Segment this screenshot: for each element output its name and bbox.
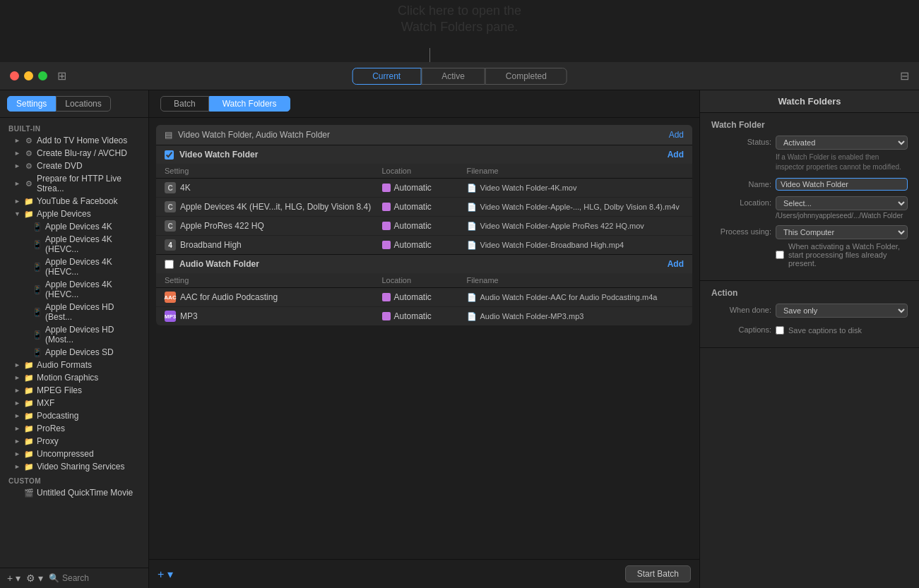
- add-button[interactable]: + ▾: [7, 572, 20, 584]
- expand-arrow: ►: [14, 450, 21, 457]
- sidebar-item-apple-hd-best[interactable]: 📱 Apple Devices HD (Best...: [0, 301, 148, 323]
- audio-folder-checkbox[interactable]: [165, 260, 174, 269]
- app-container: ⊞ Current Active Completed ⊟ Settings Lo…: [0, 62, 919, 588]
- sidebar-item-apple-4k-hevc2[interactable]: 📱 Apple Devices 4K (HEVC...: [0, 256, 148, 278]
- tab-batch[interactable]: Batch: [160, 96, 209, 112]
- add-audio-setting-button[interactable]: Add: [668, 259, 684, 269]
- expand-arrow: ►: [14, 374, 21, 381]
- sidebar-item-podcasting[interactable]: ► 📁 Podcasting: [0, 409, 148, 422]
- name-value: [776, 178, 908, 191]
- location-label: Location:: [711, 196, 771, 207]
- sidebar-tab-locations[interactable]: Locations: [56, 96, 110, 112]
- sidebar-item-add-to-tv[interactable]: ► ⚙ Add to TV Home Videos: [0, 134, 148, 147]
- audio-row-mp3[interactable]: MP3 MP3 Automatic 📄 Audio Watch Folder-M…: [156, 307, 692, 325]
- content-tabs: Batch Watch Folders: [149, 90, 699, 118]
- sidebar-item-apple-4k[interactable]: 📱 Apple Devices 4K: [0, 220, 148, 233]
- expand-arrow: ►: [14, 198, 21, 205]
- watch-folder-group-header: ▤ Video Watch Folder, Audio Watch Folder…: [156, 125, 692, 145]
- name-input[interactable]: [776, 178, 908, 191]
- sidebar-item-mpeg[interactable]: ► 📁 MPEG Files: [0, 384, 148, 397]
- process-select[interactable]: This Computer: [776, 225, 908, 239]
- status-select[interactable]: Activated Deactivated: [776, 136, 908, 150]
- audio-row-aac[interactable]: AAC AAC for Audio Podcasting Automatic 📄…: [156, 288, 692, 307]
- status-label: Status:: [711, 136, 771, 146]
- sidebar-item-video-sharing[interactable]: ► 📁 Video Sharing Services: [0, 460, 148, 473]
- minimize-button[interactable]: [24, 71, 33, 80]
- location-row: Location: Select... /Users/johnnyapplese…: [711, 196, 908, 220]
- sidebar-item-audio[interactable]: ► 📁 Audio Formats: [0, 359, 148, 371]
- watch-folder-section-title: Watch Folder: [711, 120, 908, 130]
- add-watch-folder-button[interactable]: Add: [669, 130, 684, 140]
- setting-cell: MP3 MP3: [165, 311, 382, 322]
- video-folder-checkbox[interactable]: [165, 150, 174, 160]
- sidebar-item-mxf[interactable]: ► 📁 MXF: [0, 397, 148, 409]
- tab-active[interactable]: Active: [421, 68, 485, 85]
- layout-icon[interactable]: ⊞: [57, 69, 66, 83]
- captions-checkbox[interactable]: [776, 326, 784, 335]
- video-row-prores[interactable]: C Apple ProRes 422 HQ Automatic 📄 Video …: [156, 217, 692, 236]
- video-folder-section: Video Watch Folder Add Setting Location …: [156, 145, 692, 254]
- sidebar-item-apple-4k-hevc3[interactable]: 📱 Apple Devices 4K (HEVC...: [0, 278, 148, 301]
- sidebar-item-prores[interactable]: ► 📁 ProRes: [0, 422, 148, 435]
- sidebar-item-youtube[interactable]: ► 📁 YouTube & Facebook: [0, 195, 148, 208]
- folder-icon: 📁: [24, 360, 34, 370]
- sidebar-item-bluray[interactable]: ► ⚙ Create Blu-ray / AVCHD: [0, 147, 148, 160]
- sidebar-tab-settings[interactable]: Settings: [7, 96, 56, 112]
- setting-icon: C: [165, 182, 176, 193]
- video-row-broadband[interactable]: 4 Broadband High Automatic 📄 Video Watch…: [156, 236, 692, 254]
- process-checkbox[interactable]: [776, 251, 784, 259]
- setting-icon: MP3: [165, 311, 176, 322]
- start-batch-button[interactable]: Start Batch: [625, 565, 691, 582]
- watch-folder-inspector-section: Watch Folder Status: Activated Deactivat…: [700, 113, 919, 281]
- sidebar-item-dvd[interactable]: ► ⚙ Create DVD: [0, 160, 148, 172]
- sidebar-item-apple-hd-most[interactable]: 📱 Apple Devices HD (Most...: [0, 323, 148, 346]
- device-icon: 📱: [32, 307, 42, 317]
- captions-checkbox-label: Save captions to disk: [788, 326, 862, 335]
- sidebar-tabs: Settings Locations: [0, 90, 148, 118]
- video-row-apple4k[interactable]: C Apple Devices 4K (HEV...it, HLG, Dolby…: [156, 198, 692, 217]
- audio-folder-title: Audio Watch Folder: [179, 259, 259, 269]
- maximize-button[interactable]: [38, 71, 47, 80]
- tab-completed[interactable]: Completed: [485, 68, 567, 85]
- grid-icon[interactable]: ⊟: [900, 69, 909, 83]
- content-scroll: ▤ Video Watch Folder, Audio Watch Folder…: [149, 118, 699, 559]
- watch-folder-group-title: Video Watch Folder, Audio Watch Folder: [178, 130, 330, 140]
- process-checkbox-row: When activating a Watch Folder, start pr…: [776, 242, 908, 268]
- folder-icon: 📁: [24, 209, 34, 219]
- sidebar-item-uncompressed[interactable]: ► 📁 Uncompressed: [0, 448, 148, 460]
- sidebar-item-http[interactable]: ► ⚙ Prepare for HTTP Live Strea...: [0, 172, 148, 195]
- sidebar-item-apple-devices[interactable]: ▼ 📁 Apple Devices: [0, 208, 148, 220]
- search-area[interactable]: 🔍 Search: [49, 573, 89, 583]
- filename-cell: 📄 Audio Watch Folder-MP3.mp3: [467, 312, 684, 321]
- tooltip-text: Click here to open the Watch Folders pan…: [398, 0, 521, 36]
- folder-icon: 📁: [24, 385, 34, 395]
- sidebar-item-apple-sd[interactable]: 📱 Apple Devices SD: [0, 346, 148, 359]
- tab-watch-folders[interactable]: Watch Folders: [209, 96, 290, 112]
- folder-icon: 📁: [24, 462, 34, 472]
- when-done-label: When done:: [711, 304, 771, 314]
- location-icon: [382, 312, 391, 320]
- window-controls: [0, 71, 47, 80]
- add-content-button[interactable]: + ▾: [158, 568, 173, 581]
- gear-button[interactable]: ⚙ ▾: [26, 572, 43, 584]
- col-location: Location: [382, 167, 467, 175]
- add-video-setting-button[interactable]: Add: [668, 150, 684, 160]
- sidebar-item-proxy[interactable]: ► 📁 Proxy: [0, 435, 148, 448]
- video-folder-title: Video Watch Folder: [179, 150, 258, 160]
- video-table-header: Setting Location Filename: [156, 164, 692, 179]
- video-row-4k[interactable]: C 4K Automatic 📄 Video Watch Folder-4K.m…: [156, 179, 692, 198]
- tab-current[interactable]: Current: [352, 68, 421, 85]
- video-folder-header: Video Watch Folder Add: [156, 145, 692, 164]
- device-icon: 📱: [32, 222, 42, 232]
- sidebar-item-untitled[interactable]: 🎬 Untitled QuickTime Movie: [0, 486, 148, 499]
- name-row: Name:: [711, 178, 908, 191]
- sidebar-item-motion[interactable]: ► 📁 Motion Graphics: [0, 371, 148, 384]
- folder-icon: 📁: [24, 196, 34, 206]
- when-done-select[interactable]: Save only: [776, 304, 908, 318]
- inspector-panel: Watch Folders Watch Folder Status: Activ…: [700, 90, 919, 588]
- location-value: Select... /Users/johnnyappleseed/.../Wat…: [776, 196, 908, 220]
- location-select[interactable]: Select...: [776, 196, 908, 210]
- close-button[interactable]: [10, 71, 19, 80]
- col-setting: Setting: [165, 276, 382, 284]
- sidebar-item-apple-4k-hevc1[interactable]: 📱 Apple Devices 4K (HEVC...: [0, 233, 148, 256]
